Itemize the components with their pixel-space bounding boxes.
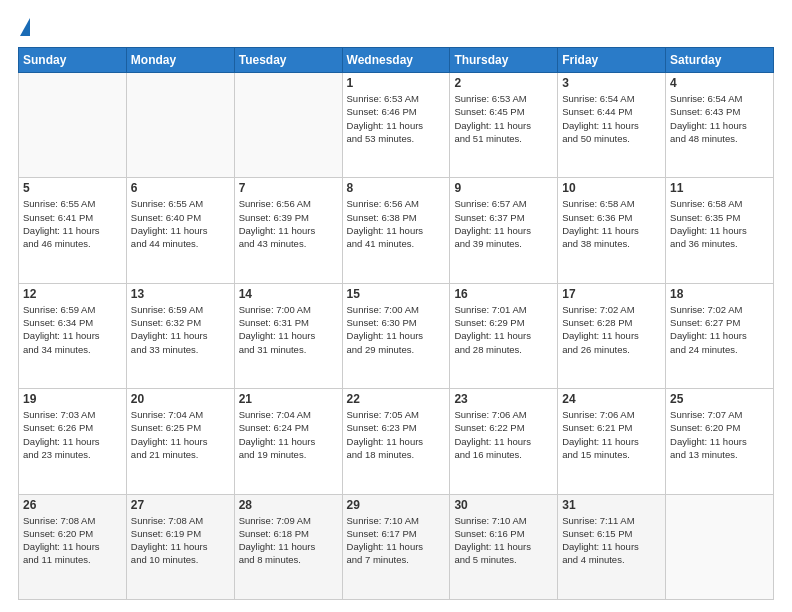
calendar-day-cell: 25Sunrise: 7:07 AM Sunset: 6:20 PM Dayli… xyxy=(666,389,774,494)
day-number: 5 xyxy=(23,181,122,195)
day-number: 11 xyxy=(670,181,769,195)
day-number: 9 xyxy=(454,181,553,195)
calendar-day-cell: 1Sunrise: 6:53 AM Sunset: 6:46 PM Daylig… xyxy=(342,73,450,178)
calendar-day-cell xyxy=(666,494,774,599)
day-info: Sunrise: 7:00 AM Sunset: 6:30 PM Dayligh… xyxy=(347,303,446,356)
calendar-week-row: 5Sunrise: 6:55 AM Sunset: 6:41 PM Daylig… xyxy=(19,178,774,283)
day-info: Sunrise: 7:06 AM Sunset: 6:22 PM Dayligh… xyxy=(454,408,553,461)
logo-icon xyxy=(20,18,30,36)
calendar-header-row: Sunday Monday Tuesday Wednesday Thursday… xyxy=(19,48,774,73)
calendar-day-cell: 20Sunrise: 7:04 AM Sunset: 6:25 PM Dayli… xyxy=(126,389,234,494)
calendar-day-cell: 9Sunrise: 6:57 AM Sunset: 6:37 PM Daylig… xyxy=(450,178,558,283)
day-number: 14 xyxy=(239,287,338,301)
calendar-day-cell: 19Sunrise: 7:03 AM Sunset: 6:26 PM Dayli… xyxy=(19,389,127,494)
day-number: 21 xyxy=(239,392,338,406)
calendar-day-cell: 28Sunrise: 7:09 AM Sunset: 6:18 PM Dayli… xyxy=(234,494,342,599)
day-number: 15 xyxy=(347,287,446,301)
day-number: 26 xyxy=(23,498,122,512)
day-number: 12 xyxy=(23,287,122,301)
day-number: 13 xyxy=(131,287,230,301)
day-number: 28 xyxy=(239,498,338,512)
day-info: Sunrise: 7:08 AM Sunset: 6:19 PM Dayligh… xyxy=(131,514,230,567)
header-thursday: Thursday xyxy=(450,48,558,73)
calendar-day-cell: 5Sunrise: 6:55 AM Sunset: 6:41 PM Daylig… xyxy=(19,178,127,283)
day-number: 30 xyxy=(454,498,553,512)
day-number: 3 xyxy=(562,76,661,90)
calendar-day-cell: 3Sunrise: 6:54 AM Sunset: 6:44 PM Daylig… xyxy=(558,73,666,178)
day-number: 25 xyxy=(670,392,769,406)
day-info: Sunrise: 6:56 AM Sunset: 6:38 PM Dayligh… xyxy=(347,197,446,250)
calendar-day-cell: 23Sunrise: 7:06 AM Sunset: 6:22 PM Dayli… xyxy=(450,389,558,494)
calendar-day-cell: 2Sunrise: 6:53 AM Sunset: 6:45 PM Daylig… xyxy=(450,73,558,178)
calendar-day-cell: 29Sunrise: 7:10 AM Sunset: 6:17 PM Dayli… xyxy=(342,494,450,599)
day-info: Sunrise: 7:00 AM Sunset: 6:31 PM Dayligh… xyxy=(239,303,338,356)
day-info: Sunrise: 6:53 AM Sunset: 6:46 PM Dayligh… xyxy=(347,92,446,145)
header-sunday: Sunday xyxy=(19,48,127,73)
day-number: 10 xyxy=(562,181,661,195)
day-info: Sunrise: 7:10 AM Sunset: 6:17 PM Dayligh… xyxy=(347,514,446,567)
calendar-day-cell: 16Sunrise: 7:01 AM Sunset: 6:29 PM Dayli… xyxy=(450,283,558,388)
calendar-table: Sunday Monday Tuesday Wednesday Thursday… xyxy=(18,47,774,600)
day-number: 23 xyxy=(454,392,553,406)
calendar-day-cell: 11Sunrise: 6:58 AM Sunset: 6:35 PM Dayli… xyxy=(666,178,774,283)
calendar-week-row: 12Sunrise: 6:59 AM Sunset: 6:34 PM Dayli… xyxy=(19,283,774,388)
calendar-day-cell: 15Sunrise: 7:00 AM Sunset: 6:30 PM Dayli… xyxy=(342,283,450,388)
logo xyxy=(18,18,30,37)
day-number: 27 xyxy=(131,498,230,512)
calendar-day-cell xyxy=(19,73,127,178)
day-info: Sunrise: 7:03 AM Sunset: 6:26 PM Dayligh… xyxy=(23,408,122,461)
day-info: Sunrise: 6:53 AM Sunset: 6:45 PM Dayligh… xyxy=(454,92,553,145)
day-number: 20 xyxy=(131,392,230,406)
calendar-week-row: 26Sunrise: 7:08 AM Sunset: 6:20 PM Dayli… xyxy=(19,494,774,599)
day-info: Sunrise: 7:02 AM Sunset: 6:28 PM Dayligh… xyxy=(562,303,661,356)
day-info: Sunrise: 7:09 AM Sunset: 6:18 PM Dayligh… xyxy=(239,514,338,567)
calendar-day-cell: 30Sunrise: 7:10 AM Sunset: 6:16 PM Dayli… xyxy=(450,494,558,599)
header-tuesday: Tuesday xyxy=(234,48,342,73)
calendar-day-cell: 4Sunrise: 6:54 AM Sunset: 6:43 PM Daylig… xyxy=(666,73,774,178)
calendar-day-cell: 27Sunrise: 7:08 AM Sunset: 6:19 PM Dayli… xyxy=(126,494,234,599)
calendar-day-cell: 14Sunrise: 7:00 AM Sunset: 6:31 PM Dayli… xyxy=(234,283,342,388)
day-number: 8 xyxy=(347,181,446,195)
day-info: Sunrise: 7:10 AM Sunset: 6:16 PM Dayligh… xyxy=(454,514,553,567)
header xyxy=(18,18,774,37)
day-info: Sunrise: 6:54 AM Sunset: 6:43 PM Dayligh… xyxy=(670,92,769,145)
day-info: Sunrise: 6:54 AM Sunset: 6:44 PM Dayligh… xyxy=(562,92,661,145)
calendar-day-cell: 18Sunrise: 7:02 AM Sunset: 6:27 PM Dayli… xyxy=(666,283,774,388)
day-info: Sunrise: 7:07 AM Sunset: 6:20 PM Dayligh… xyxy=(670,408,769,461)
day-number: 24 xyxy=(562,392,661,406)
day-info: Sunrise: 6:58 AM Sunset: 6:35 PM Dayligh… xyxy=(670,197,769,250)
day-number: 29 xyxy=(347,498,446,512)
calendar-day-cell: 8Sunrise: 6:56 AM Sunset: 6:38 PM Daylig… xyxy=(342,178,450,283)
calendar-day-cell: 26Sunrise: 7:08 AM Sunset: 6:20 PM Dayli… xyxy=(19,494,127,599)
calendar-day-cell: 17Sunrise: 7:02 AM Sunset: 6:28 PM Dayli… xyxy=(558,283,666,388)
day-info: Sunrise: 6:57 AM Sunset: 6:37 PM Dayligh… xyxy=(454,197,553,250)
calendar-day-cell: 21Sunrise: 7:04 AM Sunset: 6:24 PM Dayli… xyxy=(234,389,342,494)
calendar-day-cell xyxy=(126,73,234,178)
calendar-day-cell: 13Sunrise: 6:59 AM Sunset: 6:32 PM Dayli… xyxy=(126,283,234,388)
header-saturday: Saturday xyxy=(666,48,774,73)
day-info: Sunrise: 7:08 AM Sunset: 6:20 PM Dayligh… xyxy=(23,514,122,567)
day-number: 17 xyxy=(562,287,661,301)
day-number: 7 xyxy=(239,181,338,195)
day-info: Sunrise: 6:55 AM Sunset: 6:40 PM Dayligh… xyxy=(131,197,230,250)
day-info: Sunrise: 6:59 AM Sunset: 6:32 PM Dayligh… xyxy=(131,303,230,356)
day-info: Sunrise: 6:55 AM Sunset: 6:41 PM Dayligh… xyxy=(23,197,122,250)
header-wednesday: Wednesday xyxy=(342,48,450,73)
calendar-day-cell: 7Sunrise: 6:56 AM Sunset: 6:39 PM Daylig… xyxy=(234,178,342,283)
day-number: 16 xyxy=(454,287,553,301)
calendar-week-row: 19Sunrise: 7:03 AM Sunset: 6:26 PM Dayli… xyxy=(19,389,774,494)
calendar-day-cell: 22Sunrise: 7:05 AM Sunset: 6:23 PM Dayli… xyxy=(342,389,450,494)
day-number: 18 xyxy=(670,287,769,301)
calendar-day-cell: 12Sunrise: 6:59 AM Sunset: 6:34 PM Dayli… xyxy=(19,283,127,388)
day-info: Sunrise: 6:58 AM Sunset: 6:36 PM Dayligh… xyxy=(562,197,661,250)
header-monday: Monday xyxy=(126,48,234,73)
day-info: Sunrise: 7:05 AM Sunset: 6:23 PM Dayligh… xyxy=(347,408,446,461)
calendar-day-cell xyxy=(234,73,342,178)
day-number: 22 xyxy=(347,392,446,406)
day-info: Sunrise: 7:02 AM Sunset: 6:27 PM Dayligh… xyxy=(670,303,769,356)
header-friday: Friday xyxy=(558,48,666,73)
day-number: 31 xyxy=(562,498,661,512)
calendar-day-cell: 24Sunrise: 7:06 AM Sunset: 6:21 PM Dayli… xyxy=(558,389,666,494)
calendar-day-cell: 6Sunrise: 6:55 AM Sunset: 6:40 PM Daylig… xyxy=(126,178,234,283)
day-number: 4 xyxy=(670,76,769,90)
